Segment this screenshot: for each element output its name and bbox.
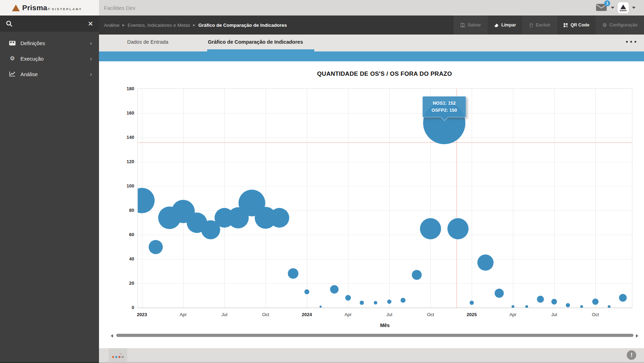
- sidebar-item-analise[interactable]: Análise ›: [0, 66, 99, 82]
- breadcrumb-item-eventos[interactable]: Eventos, Indicadores e Metas: [128, 23, 190, 28]
- prisma-triangle-icon: [12, 5, 20, 11]
- y-axis-tick-label: 20: [119, 281, 134, 286]
- chart-bubble[interactable]: [288, 268, 298, 279]
- chart-bubble[interactable]: [138, 188, 155, 213]
- y-axis-tick-label: 120: [119, 159, 134, 164]
- workspace-title: Facilities Dev: [104, 5, 135, 11]
- sidebar-item-execucao[interactable]: ⚙ Execução ›: [0, 51, 99, 66]
- chart-bubble[interactable]: [387, 300, 391, 304]
- definitions-icon: [8, 41, 16, 45]
- brand-name: Prisma: [22, 4, 47, 12]
- chevron-right-icon: ›: [90, 56, 92, 62]
- user-menu-caret-icon[interactable]: [632, 7, 636, 9]
- chart-bubble[interactable]: [512, 305, 514, 308]
- top-header-bar: Facilities Dev 1: [99, 0, 644, 16]
- chart-bubble[interactable]: [592, 299, 599, 305]
- chart-bubble[interactable]: [477, 254, 494, 271]
- save-icon: [460, 23, 465, 27]
- chart-bubble[interactable]: [551, 299, 557, 304]
- x-axis-tick-label: Oct: [252, 312, 279, 317]
- accent-strip: [99, 51, 644, 61]
- avatar-label: [620, 10, 627, 11]
- sidebar-menu: Definições › ⚙ Execução › Análise ›: [0, 32, 99, 82]
- search-icon: [6, 20, 13, 27]
- chart-bubble[interactable]: [580, 305, 583, 308]
- chart-panel: QUANTIDADE DE OS'S / OS FORA DO PRAZO Mê…: [99, 61, 644, 348]
- chart-bubble[interactable]: [566, 303, 570, 307]
- chevron-right-icon: ›: [90, 71, 92, 77]
- clear-button[interactable]: Limpar: [487, 16, 522, 35]
- mail-caret-icon[interactable]: [611, 7, 614, 9]
- chart-bubble[interactable]: [320, 306, 322, 308]
- chart-bubble[interactable]: [360, 301, 364, 305]
- tab-bar: Dados de Entrada Gráfico de Comparação d…: [99, 35, 644, 51]
- chart-bubble[interactable]: [420, 218, 441, 239]
- tab-grafico-comparacao[interactable]: Gráfico de Comparação de Indicadores: [208, 35, 303, 49]
- scrollbar-thumb[interactable]: [116, 334, 633, 337]
- qr-code-icon: [563, 23, 568, 27]
- chart-bubble[interactable]: [537, 296, 544, 303]
- chart-line-icon: [8, 71, 16, 77]
- warning-icon[interactable]: !: [627, 350, 636, 360]
- x-axis-tick-label: 2023: [129, 312, 155, 317]
- gridline-vertical: [472, 89, 472, 308]
- gridline-vertical: [266, 89, 266, 308]
- brand-area: Prisma ® SISTEPLANT: [0, 0, 99, 16]
- y-axis-tick-label: 100: [119, 183, 134, 189]
- gridline-vertical: [513, 89, 513, 308]
- chart-bubble[interactable]: [270, 208, 289, 228]
- chart-bubble[interactable]: [608, 305, 611, 308]
- trash-icon: [529, 23, 533, 27]
- tooltip-line-osfp2: OSFP2: 150: [425, 107, 464, 114]
- chart-bubble[interactable]: [447, 218, 469, 239]
- y-axis-tick-label: 140: [119, 135, 134, 140]
- x-axis-tick-label: Jul: [541, 312, 568, 317]
- breadcrumb: Análise ▶ Eventos, Indicadores e Metas ▶…: [104, 23, 287, 28]
- qr-code-button[interactable]: QR Code: [557, 16, 595, 35]
- chart-bubble[interactable]: [345, 295, 351, 301]
- gridline-vertical: [183, 89, 184, 308]
- chart-bubble[interactable]: [149, 240, 163, 254]
- chart-bubble[interactable]: [412, 270, 422, 280]
- tab-overflow-menu[interactable]: [626, 41, 636, 43]
- prisma-logo: Prisma ® SISTEPLANT: [12, 4, 82, 12]
- search-close-icon[interactable]: ✕: [88, 20, 93, 27]
- chart-bubble[interactable]: [525, 305, 528, 308]
- sidebar-item-definicoes[interactable]: Definições ›: [0, 35, 99, 51]
- chart-bubble[interactable]: [374, 301, 377, 304]
- y-axis-tick-label: 40: [119, 256, 134, 262]
- mail-button[interactable]: 1: [596, 3, 608, 12]
- flow-arrow-icon: ⇢: [119, 352, 122, 356]
- scroll-right-icon[interactable]: [636, 334, 638, 338]
- scroll-left-icon[interactable]: [111, 334, 113, 338]
- gridline-vertical: [389, 89, 390, 308]
- chart-bubble[interactable]: [330, 285, 339, 294]
- user-avatar[interactable]: [618, 2, 629, 13]
- chart-bubble[interactable]: [401, 298, 405, 303]
- gridline-horizontal: [138, 283, 632, 284]
- x-axis-tick-label: Jul: [211, 312, 238, 317]
- avatar-logo-icon: [620, 5, 626, 9]
- breadcrumb-item-analise[interactable]: Análise: [104, 23, 119, 28]
- chart-bubble[interactable]: [619, 294, 627, 302]
- horizontal-scrollbar[interactable]: [99, 333, 644, 338]
- sidebar-item-label: Definições: [20, 40, 45, 46]
- chart-bubble[interactable]: [495, 289, 504, 298]
- x-axis-tick-label: Apr: [500, 312, 526, 317]
- x-axis-tick-label: Jul: [376, 312, 403, 317]
- gridline-horizontal: [138, 137, 632, 138]
- delete-button[interactable]: Excluir: [522, 16, 557, 35]
- process-steps-button[interactable]: ⇢: [109, 348, 127, 362]
- brand-subname: SISTEPLANT: [52, 7, 82, 11]
- breadcrumb-toolbar-bar: Análise ▶ Eventos, Indicadores e Metas ▶…: [99, 16, 644, 35]
- sidebar-search-input[interactable]: [16, 20, 84, 27]
- action-toolbar: Salvar Limpar Excluir: [454, 16, 644, 35]
- sidebar-search: ✕: [0, 16, 99, 32]
- gridline-vertical: [348, 89, 348, 308]
- settings-button[interactable]: ⚙ Configuração: [596, 16, 644, 35]
- chart-bubble[interactable]: [470, 301, 474, 305]
- save-button[interactable]: Salvar: [454, 16, 487, 35]
- chart-bubble[interactable]: [304, 289, 309, 294]
- gears-icon: ⚙: [8, 56, 16, 61]
- tab-dados-de-entrada[interactable]: Dados de Entrada: [127, 35, 168, 49]
